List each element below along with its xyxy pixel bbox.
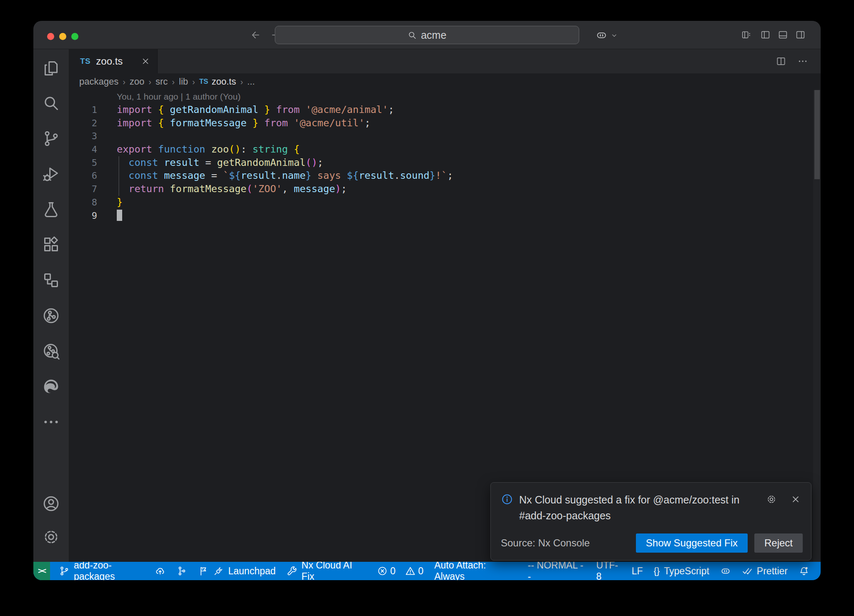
status-item-notifications-bell[interactable] xyxy=(793,562,815,580)
show-suggested-fix-button[interactable]: Show Suggested Fix xyxy=(636,533,748,553)
customize-layout-button[interactable] xyxy=(741,30,751,40)
checks-icon xyxy=(742,566,753,576)
code-line[interactable]: 3 xyxy=(69,130,812,143)
status-bar: >< add-zoo-packagesLaunchpadNx Cloud AI … xyxy=(33,562,821,580)
code-line[interactable]: 1import { getRandomAnimal } from '@acme/… xyxy=(69,103,812,117)
tab-close-icon[interactable] xyxy=(141,56,151,66)
command-center-search[interactable]: acme xyxy=(275,26,579,44)
code-line[interactable]: 5 const result = getRandomAnimal(); xyxy=(69,156,812,170)
zoom-window-button[interactable] xyxy=(71,33,78,40)
breadcrumb-overflow[interactable]: ... xyxy=(247,76,255,87)
breadcrumb-item-src[interactable]: src xyxy=(156,76,168,87)
typescript-file-icon: TS xyxy=(199,78,208,86)
status-item-language[interactable]: {}TypeScript xyxy=(648,562,715,580)
activity-item-testing[interactable] xyxy=(41,199,61,219)
status-item-formatter-prettier[interactable]: Prettier xyxy=(736,562,793,580)
line-number: 7 xyxy=(69,183,97,196)
activity-item-more-views[interactable] xyxy=(41,412,61,432)
activity-item-run-debug[interactable] xyxy=(41,164,61,184)
code-line[interactable]: 9 xyxy=(69,209,812,223)
activity-item-accounts[interactable] xyxy=(41,493,61,513)
notification-message: Nx Cloud suggested a fix for @acme/zoo:t… xyxy=(519,492,758,523)
split-editor-button[interactable] xyxy=(776,56,786,67)
notification-source: Source: Nx Console xyxy=(501,537,590,549)
activity-item-settings[interactable] xyxy=(41,527,61,547)
indent-guide xyxy=(118,156,119,196)
editor-more-actions-button[interactable] xyxy=(797,56,808,67)
breadcrumb-item-lib[interactable]: lib xyxy=(179,76,188,87)
status-item-eol[interactable]: LF xyxy=(626,562,648,580)
toggle-secondary-sidebar-button[interactable] xyxy=(795,30,806,40)
status-item-launchpad[interactable]: Launchpad xyxy=(193,562,281,580)
back-arrow-icon[interactable] xyxy=(250,30,261,40)
activity-item-extensions[interactable] xyxy=(41,235,61,255)
code-text: const result = getRandomAnimal(); xyxy=(117,156,323,170)
code-line[interactable]: 2import { formatMessage } from '@acme/ut… xyxy=(69,117,812,130)
activity-item-search[interactable] xyxy=(41,93,61,113)
status-item-git-branch[interactable]: add-zoo-packages xyxy=(53,562,171,580)
status-label: TypeScript xyxy=(664,566,709,577)
activity-item-references[interactable] xyxy=(41,270,61,290)
activity-item-gitlens[interactable] xyxy=(41,341,61,361)
vscode-window: acme TS zoo.ts xyxy=(33,21,821,580)
toggle-primary-sidebar-button[interactable] xyxy=(760,30,771,40)
code-text: import { formatMessage } from '@acme/uti… xyxy=(117,117,370,130)
line-number: 5 xyxy=(69,156,97,170)
cloud-upload-icon xyxy=(155,566,166,576)
close-window-button[interactable] xyxy=(47,33,54,40)
status-label: LF xyxy=(632,566,643,577)
activity-item-explorer[interactable] xyxy=(41,58,61,78)
activity-item-nx-console[interactable] xyxy=(41,305,61,326)
code-line[interactable]: 6 const message = `${result.name} says $… xyxy=(69,169,812,183)
breadcrumb-separator-icon: › xyxy=(172,77,175,87)
search-icon xyxy=(407,30,417,40)
notification-close-icon[interactable] xyxy=(790,494,801,505)
line-number: 2 xyxy=(69,117,97,130)
tab-zoo-ts[interactable]: TS zoo.ts xyxy=(69,49,158,73)
tab-label: zoo.ts xyxy=(96,55,135,67)
info-icon xyxy=(501,493,513,506)
status-item-nx-cloud-ai-fix[interactable]: Nx Cloud AI Fix xyxy=(281,562,372,580)
activity-item-source-control[interactable] xyxy=(41,128,61,148)
remote-indicator[interactable]: >< xyxy=(33,562,50,580)
breadcrumb-item-packages[interactable]: packages xyxy=(79,76,118,87)
status-item-copilot-status[interactable] xyxy=(715,562,736,580)
status-item-git-graph[interactable] xyxy=(171,562,193,580)
notification-toast: Nx Cloud suggested a fix for @acme/zoo:t… xyxy=(490,482,811,561)
code-text: const message = `${result.name} says ${r… xyxy=(117,169,453,183)
breadcrumb-separator-icon: › xyxy=(148,77,151,87)
count-label: 0 xyxy=(418,566,424,577)
bell-dot-icon xyxy=(799,566,809,576)
status-item-auto-attach[interactable]: Auto Attach: Always xyxy=(429,562,522,580)
code-line[interactable]: 7 return formatMessage('ZOO', message); xyxy=(69,183,812,196)
code-text xyxy=(117,209,122,223)
plug-icon xyxy=(213,566,224,576)
activity-item-edge-tools[interactable] xyxy=(41,376,61,396)
wrench-icon xyxy=(286,566,297,576)
vim-block-cursor xyxy=(117,210,122,221)
copilot-menu-button[interactable] xyxy=(595,29,618,41)
status-error-count: 0 xyxy=(377,566,396,577)
code-text: return formatMessage('ZOO', message); xyxy=(117,183,347,196)
breadcrumb-item-file[interactable]: zoo.ts xyxy=(211,76,236,87)
minimize-window-button[interactable] xyxy=(59,33,66,40)
status-label: Prettier xyxy=(757,566,788,577)
status-item-problems[interactable]: 00 xyxy=(372,562,429,580)
status-warning-count: 0 xyxy=(405,566,424,577)
editor-scrollbar-thumb[interactable] xyxy=(814,90,820,179)
error-icon xyxy=(377,566,388,576)
activity-bar xyxy=(33,49,69,562)
breadcrumb-item-zoo[interactable]: zoo xyxy=(130,76,144,87)
status-item-vim-mode[interactable]: -- NORMAL -- xyxy=(522,562,591,580)
breadcrumb-separator-icon: › xyxy=(192,77,195,87)
notification-settings-gear-icon[interactable] xyxy=(766,494,777,505)
status-label: Launchpad xyxy=(228,566,276,577)
toggle-panel-button[interactable] xyxy=(778,30,788,40)
code-line[interactable]: 8} xyxy=(69,196,812,209)
tab-strip: TS zoo.ts xyxy=(69,49,821,73)
code-text: } xyxy=(117,196,123,209)
status-item-encoding[interactable]: UTF-8 xyxy=(591,562,626,580)
code-line[interactable]: 4export function zoo(): string { xyxy=(69,143,812,156)
line-number: 3 xyxy=(69,130,97,143)
reject-button[interactable]: Reject xyxy=(754,533,803,553)
